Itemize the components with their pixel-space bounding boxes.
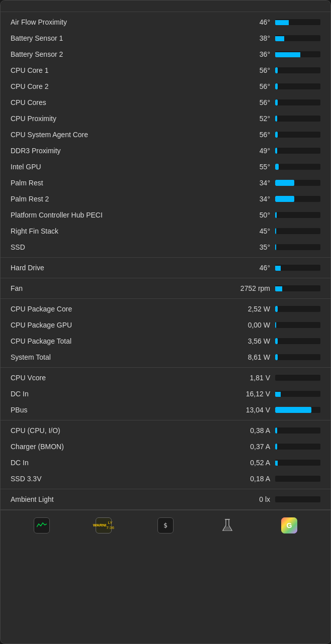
sensor-bar-container [275, 427, 320, 434]
sensor-bar-fill [275, 83, 278, 89]
sensor-row: CPU (CPU, I/O)0,38 A [1, 422, 330, 439]
harddrive-section: Hard Drive46° [1, 258, 330, 278]
sensor-label: Fan [11, 284, 225, 292]
sensor-bar-container [275, 354, 320, 360]
sensor-row: CPU System Agent Core56° [1, 127, 330, 143]
sensor-row: DDR3 Proximity49° [1, 143, 330, 159]
sensor-bar-container [275, 148, 320, 154]
sensor-row: CPU Cores56° [1, 94, 330, 111]
sensor-label: Charger (BMON) [11, 443, 225, 451]
sensor-bar-container [275, 444, 320, 450]
sensor-bar-container [275, 306, 320, 312]
sensor-label: CPU Cores [11, 98, 225, 106]
sensor-label: DDR3 Proximity [11, 147, 225, 155]
sensor-row: DC In16,12 V [1, 386, 330, 402]
sensor-row: CPU Package Core2,52 W [1, 301, 330, 317]
sensor-label: Hard Drive [11, 264, 225, 272]
sensor-row: DC In0,52 A [1, 455, 330, 471]
sensor-row: CPU Vcore1,81 V [1, 370, 330, 386]
sensor-value: 36° [225, 50, 270, 58]
ambient-section: Ambient Light0 lx [1, 489, 330, 510]
sensor-label: CPU Package GPU [11, 321, 225, 329]
sensor-row: Battery Sensor 236° [1, 46, 330, 62]
sensor-bar-fill [275, 196, 294, 202]
sensor-label: Palm Rest 2 [11, 195, 225, 203]
sensor-bar-container [275, 476, 320, 482]
flask-icon [219, 517, 235, 533]
title-bar [1, 1, 330, 12]
sensor-value: 34° [225, 179, 270, 187]
sensor-bar-container [275, 116, 320, 122]
sensor-bar-fill [275, 99, 278, 105]
sensor-label: Palm Rest [11, 179, 225, 187]
gpu-monitor-icon: G [281, 517, 297, 533]
sensor-row: CPU Package GPU0,00 W [1, 317, 330, 333]
sensor-value: 8,61 W [225, 353, 270, 361]
sensor-bar-container [275, 265, 320, 271]
sensor-row: CPU Core 256° [1, 78, 330, 94]
sensor-label: CPU Vcore [11, 374, 225, 382]
sensor-bar-fill [275, 306, 278, 312]
sensor-value: 34° [225, 195, 270, 203]
sensor-value: 52° [225, 115, 270, 123]
sensor-value: 46° [225, 18, 270, 26]
sensor-value: 3,56 W [225, 337, 270, 345]
sensor-bar-fill [275, 132, 278, 138]
sensor-bar-fill [275, 444, 277, 450]
sensor-bar-container [275, 244, 320, 250]
sensor-label: Platform Controller Hub PECI [11, 211, 225, 219]
sensor-bar-container [275, 228, 320, 234]
sensor-row: Intel GPU55° [1, 159, 330, 175]
sensor-bar-fill [275, 148, 277, 154]
console-icon: WARNI LY 7:36 [96, 517, 112, 533]
sensor-bar-fill [275, 164, 279, 170]
sensor-label: CPU (CPU, I/O) [11, 426, 225, 435]
sensor-row: Charger (BMON)0,37 A [1, 439, 330, 455]
sensor-value: 56° [225, 66, 270, 74]
sensor-bar-container [275, 180, 320, 186]
sensor-label: Right Fin Stack [11, 227, 225, 235]
sensor-value: 2752 rpm [225, 284, 270, 292]
sensor-row: Ambient Light0 lx [1, 491, 330, 507]
sensor-label: Intel GPU [11, 163, 225, 171]
sensor-label: CPU Package Core [11, 305, 225, 313]
sensor-bar-container [275, 99, 320, 105]
sensor-value: 0,52 A [225, 459, 270, 467]
sensor-label: Air Flow Proximity [11, 18, 225, 26]
activity-monitor-icon [34, 517, 50, 533]
sensor-bar-fill [275, 116, 277, 122]
sensor-bar-fill [275, 180, 294, 186]
fan-section: Fan2752 rpm [1, 278, 330, 299]
sensor-value: 56° [225, 82, 270, 90]
sensor-row: Palm Rest34° [1, 175, 330, 191]
sensor-label: SSD 3.3V [11, 475, 225, 483]
sensor-row: CPU Package Total3,56 W [1, 333, 330, 349]
sensor-bar-container [275, 460, 320, 466]
sensor-bar-container [275, 19, 320, 25]
sensor-row: Battery Sensor 138° [1, 30, 330, 46]
sensor-value: 49° [225, 147, 270, 155]
lab-button[interactable] [215, 514, 240, 536]
toolbar: WARNI LY 7:36 $ [1, 510, 330, 540]
sensor-bar-container [275, 51, 320, 57]
sensor-value: 35° [225, 243, 270, 251]
sensor-label: CPU Core 1 [11, 66, 225, 74]
sensor-value: 1,81 V [225, 374, 270, 382]
terminal-icon: $ [157, 517, 174, 533]
sensor-label: SSD [11, 243, 225, 251]
sensor-bar-container [275, 407, 320, 413]
gpu-monitor-button[interactable]: G [277, 514, 302, 536]
sensor-bar-container [275, 35, 320, 41]
terminal-button[interactable]: $ [153, 514, 178, 536]
sensor-label: PBus [11, 406, 225, 414]
sensor-label: Ambient Light [11, 495, 225, 503]
sensor-row: Air Flow Proximity46° [1, 14, 330, 30]
console-button[interactable]: WARNI LY 7:36 [91, 514, 116, 536]
sensor-label: System Total [11, 353, 225, 361]
sensor-label: CPU Package Total [11, 337, 225, 345]
sensor-bar-container [275, 83, 320, 89]
sensor-bar-container [275, 496, 320, 502]
activity-monitor-button[interactable] [29, 514, 54, 536]
sensor-row: Fan2752 rpm [1, 280, 330, 296]
sensor-value: 0,38 A [225, 426, 270, 435]
